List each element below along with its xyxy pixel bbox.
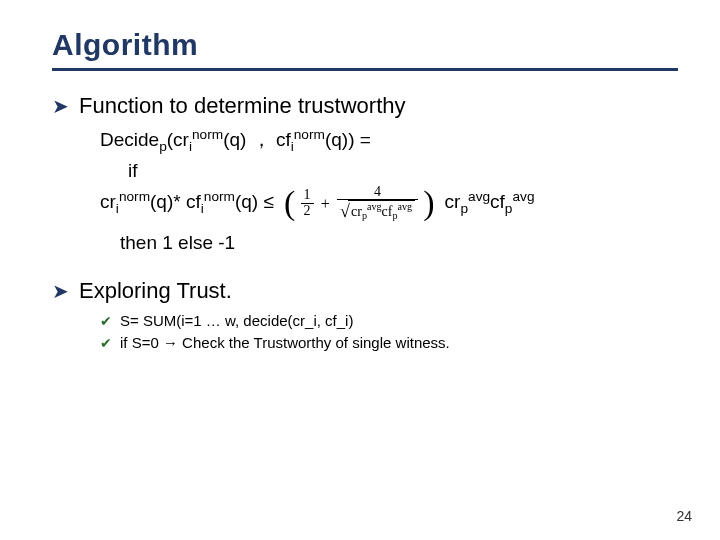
chevron-icon: ➤ — [52, 278, 69, 304]
page-number: 24 — [676, 508, 692, 524]
lhs: crinorm(q)* cfinorm(q) ≤ — [100, 187, 274, 219]
sub-sum: ✔ S= SUM(i=1 … w, decide(cr_i, cf_i) — [100, 310, 678, 333]
page-title: Algorithm — [52, 28, 678, 62]
bullet-exploring-text: Exploring Trust. — [79, 278, 232, 304]
if-label: if — [128, 157, 678, 185]
bullet-function-text: Function to determine trustworthy — [79, 93, 405, 119]
slide: Algorithm ➤ Function to determine trustw… — [0, 0, 720, 540]
formula: ( 12 + 4 √crpavgcfpavg ) — [280, 185, 439, 222]
chevron-icon: ➤ — [52, 93, 69, 119]
decide-def: Decidep(crinorm(q) ， cfinorm(q)) = — [100, 125, 678, 157]
check-icon: ✔ — [100, 310, 112, 332]
sub-ifzero: ✔ if S=0 → Check the Trustworthy of sing… — [100, 332, 678, 355]
rhs: crpavgcfpavg — [445, 187, 535, 219]
arrow-icon: → — [163, 334, 178, 351]
then-clause: then 1 else -1 — [120, 232, 678, 254]
title-rule — [52, 68, 678, 71]
bullet-exploring: ➤ Exploring Trust. — [52, 278, 678, 304]
inequality-row: crinorm(q)* cfinorm(q) ≤ ( 12 + 4 √crpav… — [100, 185, 678, 222]
bullet-function: ➤ Function to determine trustworthy — [52, 93, 678, 119]
check-icon: ✔ — [100, 332, 112, 354]
